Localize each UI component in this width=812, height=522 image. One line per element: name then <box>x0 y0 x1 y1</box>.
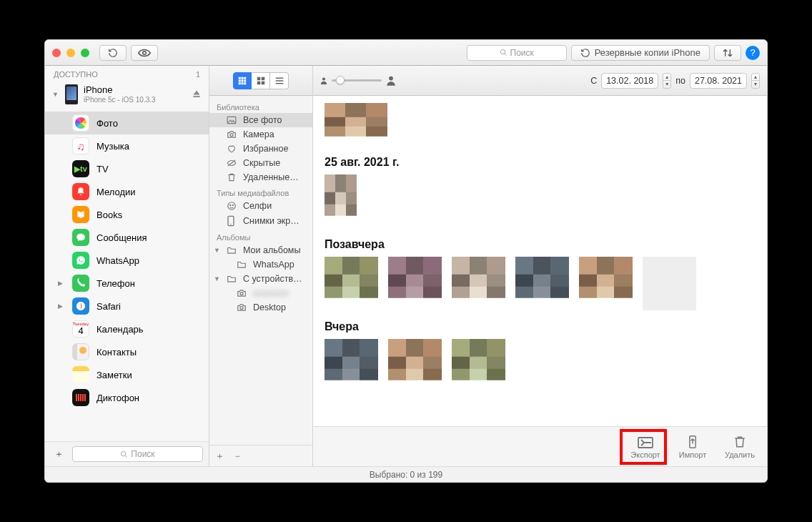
chevron-right-icon[interactable]: ▶ <box>58 280 65 287</box>
library-item[interactable]: ▼Все фото <box>209 113 312 127</box>
close-icon[interactable] <box>52 49 61 57</box>
refresh-button[interactable] <box>99 45 127 61</box>
camera-icon <box>237 289 247 297</box>
help-button[interactable]: ? <box>746 46 760 60</box>
icon-view-button[interactable] <box>252 72 270 89</box>
list-view-button[interactable] <box>270 72 289 89</box>
photo-thumbnail[interactable] <box>388 257 442 310</box>
library-item[interactable]: ▼Удаленные… <box>209 170 312 184</box>
library-item[interactable]: ▼Селфи <box>209 199 312 213</box>
hidden-icon <box>227 159 237 167</box>
export-button[interactable]: Экспорт <box>628 435 663 459</box>
library-item[interactable]: ▼Скрытые <box>209 156 312 170</box>
add-button[interactable]: ＋ <box>51 446 66 462</box>
device-row[interactable]: ▼ iPhone iPhone 5c - iOS 10.3.3 <box>45 82 209 107</box>
app-window: Поиск Резервные копии iPhone ? ДОСТУПНО … <box>44 39 768 483</box>
folder-icon <box>227 275 237 283</box>
add-album-button[interactable]: ＋ <box>215 450 224 463</box>
person-large-icon <box>386 75 396 87</box>
photo-thumbnail[interactable] <box>515 257 569 310</box>
sidebar-item-phone[interactable]: ▶Телефон <box>45 272 209 295</box>
sidebar-item-safari[interactable]: ▶Safari <box>45 295 209 317</box>
photo-thumbnail[interactable] <box>452 339 505 393</box>
photo-thumbnail[interactable] <box>325 257 378 310</box>
library-item[interactable]: ▼Снимки экр… <box>209 213 312 229</box>
svg-point-19 <box>230 205 231 205</box>
content-toolbar: С 13.02. 2018 ▲▼ по 27.08. 2021 ▲▼ <box>313 66 767 96</box>
library-item-label: Камера <box>243 129 274 139</box>
photo-thumbnail[interactable] <box>325 339 378 393</box>
quicklook-button[interactable] <box>131 45 158 61</box>
trash-icon <box>227 172 237 182</box>
svg-rect-14 <box>257 81 260 84</box>
import-button[interactable]: Импорт <box>675 435 710 459</box>
sidebar-item-music[interactable]: ▶♫Музыка <box>45 134 209 157</box>
remove-album-button[interactable]: － <box>233 450 242 463</box>
date-from-stepper[interactable]: ▲▼ <box>663 73 671 89</box>
chevron-down-icon[interactable]: ▼ <box>214 275 221 282</box>
svg-point-18 <box>228 202 236 210</box>
library-item-label: Скрытые <box>243 158 280 168</box>
photo-thumbnail[interactable] <box>643 257 696 310</box>
traffic-lights <box>52 49 89 57</box>
thumbnail-size-slider[interactable] <box>320 75 396 87</box>
date-from-label: С <box>590 76 597 86</box>
library-item[interactable]: ▼xxxxxxxx <box>209 286 312 300</box>
photo-grid-scroll[interactable]: 25 авг. 2021 г.ПозавчераВчера <box>313 96 767 426</box>
zoom-icon[interactable] <box>81 49 89 57</box>
sidebar-item-label: Books <box>96 210 122 220</box>
svg-point-1 <box>500 49 505 54</box>
date-filter: С 13.02. 2018 ▲▼ по 27.08. 2021 ▲▼ <box>590 73 760 89</box>
library-item[interactable]: ▼Избранное <box>209 142 312 156</box>
section-heading: Позавчера <box>325 238 756 251</box>
library-item[interactable]: ▼WhatsApp <box>209 257 312 272</box>
chevron-right-icon[interactable]: ▶ <box>58 302 65 310</box>
library-item[interactable]: ▼Мои альбомы <box>209 243 312 257</box>
library-item[interactable]: ▼С устройств… <box>209 272 312 286</box>
titlebar: Поиск Резервные копии iPhone ? <box>45 40 767 66</box>
sidebar-item-calendar[interactable]: ▶Tuesday4Календарь <box>45 317 209 340</box>
sidebar-item-books[interactable]: ▶Books <box>45 203 209 226</box>
sidebar-item-label: Телефон <box>96 278 135 289</box>
photo-thumbnail[interactable] <box>452 257 505 310</box>
grid-view-button[interactable] <box>233 72 252 89</box>
sidebar-item-tv[interactable]: ▶▶tvTV <box>45 157 209 180</box>
photo-thumbnail[interactable] <box>325 174 357 228</box>
svg-rect-11 <box>244 82 246 84</box>
sidebar-item-photos[interactable]: ▶Фото <box>45 112 209 134</box>
sidebar-item-label: Контакты <box>96 347 137 358</box>
minimize-icon[interactable] <box>66 49 75 57</box>
library-item[interactable]: ▼Desktop <box>209 300 312 315</box>
library-item[interactable]: ▼Камера <box>209 127 312 142</box>
delete-button[interactable]: Удалить <box>723 435 757 459</box>
section-heading: 25 авг. 2021 г. <box>325 156 756 169</box>
sidebar-item-contacts[interactable]: ▶Контакты <box>45 340 209 363</box>
sidebar-item-notes[interactable]: ▶Заметки <box>45 363 209 386</box>
sidebar-item-messages[interactable]: ▶Сообщения <box>45 226 209 249</box>
sidebar-item-whatsapp[interactable]: ▶WhatsApp <box>45 249 209 272</box>
sidebar-search[interactable]: Поиск <box>72 446 203 462</box>
date-to-input[interactable]: 27.08. 2021 <box>690 73 747 89</box>
eject-icon[interactable] <box>192 89 202 99</box>
photo-thumbnail[interactable] <box>579 257 633 310</box>
device-sub: iPhone 5c - iOS 10.3.3 <box>84 96 156 104</box>
photo-thumbnail[interactable] <box>388 339 442 393</box>
sidebar-item-label: Диктофон <box>96 393 139 403</box>
sidebar-item-ringtones[interactable]: ▶Мелодии <box>45 180 209 203</box>
sidebar-item-voice[interactable]: ▶Диктофон <box>45 386 209 409</box>
svg-point-24 <box>322 77 325 80</box>
photo-thumbnail[interactable] <box>325 103 387 146</box>
trash-icon <box>731 435 748 449</box>
svg-point-0 <box>143 51 147 54</box>
backup-button[interactable]: Резервные копии iPhone <box>571 45 710 61</box>
sidebar-item-label: Заметки <box>96 370 132 380</box>
chevron-down-icon[interactable]: ▼ <box>52 91 59 98</box>
toolbar-search[interactable]: Поиск <box>467 45 567 61</box>
date-from-input[interactable]: 13.02. 2018 <box>601 73 658 89</box>
device-section-header: ДОСТУПНО 1 <box>45 66 209 82</box>
photo-section: Позавчера <box>325 238 756 310</box>
chevron-down-icon[interactable]: ▼ <box>214 247 221 254</box>
svg-point-22 <box>240 292 243 295</box>
transfer-button[interactable] <box>714 45 741 61</box>
date-to-stepper[interactable]: ▲▼ <box>751 73 760 89</box>
